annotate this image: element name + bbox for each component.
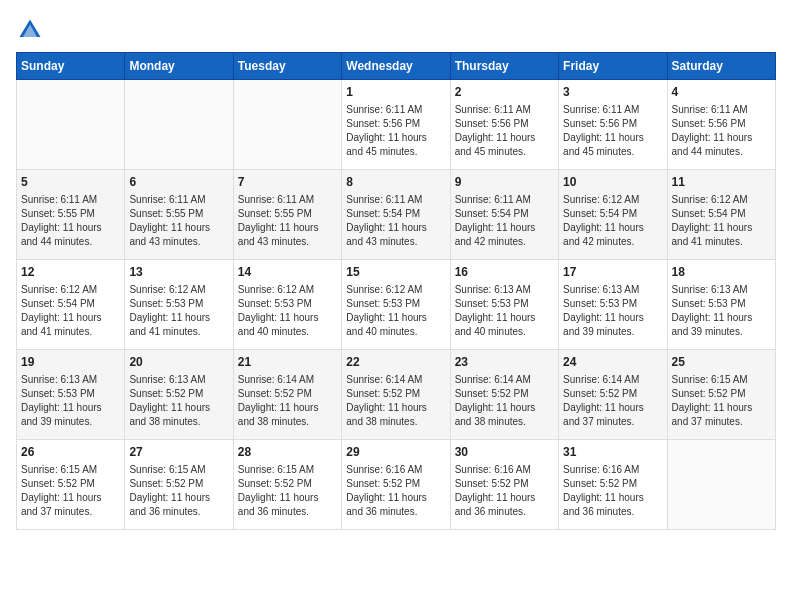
cell-info: Sunrise: 6:13 AM xyxy=(21,373,120,387)
calendar-cell: 4Sunrise: 6:11 AMSunset: 5:56 PMDaylight… xyxy=(667,80,775,170)
day-number: 27 xyxy=(129,444,228,461)
calendar-cell: 28Sunrise: 6:15 AMSunset: 5:52 PMDayligh… xyxy=(233,440,341,530)
cell-info: Sunrise: 6:12 AM xyxy=(563,193,662,207)
cell-info: and 37 minutes. xyxy=(563,415,662,429)
day-number: 26 xyxy=(21,444,120,461)
cell-info: and 41 minutes. xyxy=(21,325,120,339)
cell-info: Sunset: 5:53 PM xyxy=(129,297,228,311)
cell-info: and 40 minutes. xyxy=(238,325,337,339)
day-number: 2 xyxy=(455,84,554,101)
cell-info: Sunset: 5:52 PM xyxy=(238,477,337,491)
cell-info: Sunrise: 6:16 AM xyxy=(563,463,662,477)
cell-info: Daylight: 11 hours xyxy=(563,311,662,325)
cell-info: Daylight: 11 hours xyxy=(21,401,120,415)
cell-info: Daylight: 11 hours xyxy=(455,311,554,325)
day-number: 22 xyxy=(346,354,445,371)
cell-info: Sunrise: 6:12 AM xyxy=(672,193,771,207)
day-number: 28 xyxy=(238,444,337,461)
cell-info: Sunset: 5:52 PM xyxy=(455,387,554,401)
calendar-cell: 20Sunrise: 6:13 AMSunset: 5:52 PMDayligh… xyxy=(125,350,233,440)
cell-info: Sunset: 5:52 PM xyxy=(129,387,228,401)
cell-info: Daylight: 11 hours xyxy=(672,131,771,145)
cell-info: Daylight: 11 hours xyxy=(129,221,228,235)
calendar-cell xyxy=(233,80,341,170)
cell-info: Sunrise: 6:11 AM xyxy=(238,193,337,207)
day-header-tuesday: Tuesday xyxy=(233,53,341,80)
cell-info: and 38 minutes. xyxy=(238,415,337,429)
calendar-cell: 24Sunrise: 6:14 AMSunset: 5:52 PMDayligh… xyxy=(559,350,667,440)
cell-info: Sunset: 5:53 PM xyxy=(672,297,771,311)
cell-info: Sunset: 5:54 PM xyxy=(455,207,554,221)
logo-icon xyxy=(16,16,44,44)
calendar-cell: 27Sunrise: 6:15 AMSunset: 5:52 PMDayligh… xyxy=(125,440,233,530)
day-number: 21 xyxy=(238,354,337,371)
calendar-week-row: 19Sunrise: 6:13 AMSunset: 5:53 PMDayligh… xyxy=(17,350,776,440)
calendar-cell: 13Sunrise: 6:12 AMSunset: 5:53 PMDayligh… xyxy=(125,260,233,350)
cell-info: and 42 minutes. xyxy=(455,235,554,249)
calendar-cell: 7Sunrise: 6:11 AMSunset: 5:55 PMDaylight… xyxy=(233,170,341,260)
day-number: 5 xyxy=(21,174,120,191)
cell-info: Daylight: 11 hours xyxy=(21,491,120,505)
calendar-table: SundayMondayTuesdayWednesdayThursdayFrid… xyxy=(16,52,776,530)
cell-info: Daylight: 11 hours xyxy=(238,401,337,415)
cell-info: and 37 minutes. xyxy=(672,415,771,429)
cell-info: Sunrise: 6:12 AM xyxy=(21,283,120,297)
calendar-cell: 3Sunrise: 6:11 AMSunset: 5:56 PMDaylight… xyxy=(559,80,667,170)
calendar-week-row: 12Sunrise: 6:12 AMSunset: 5:54 PMDayligh… xyxy=(17,260,776,350)
cell-info: and 41 minutes. xyxy=(129,325,228,339)
cell-info: Sunrise: 6:15 AM xyxy=(238,463,337,477)
cell-info: and 36 minutes. xyxy=(346,505,445,519)
cell-info: and 36 minutes. xyxy=(455,505,554,519)
cell-info: Sunrise: 6:14 AM xyxy=(455,373,554,387)
cell-info: Sunrise: 6:15 AM xyxy=(21,463,120,477)
cell-info: Daylight: 11 hours xyxy=(672,221,771,235)
cell-info: Sunset: 5:52 PM xyxy=(21,477,120,491)
cell-info: Sunrise: 6:14 AM xyxy=(238,373,337,387)
calendar-cell: 5Sunrise: 6:11 AMSunset: 5:55 PMDaylight… xyxy=(17,170,125,260)
day-number: 17 xyxy=(563,264,662,281)
calendar-cell: 26Sunrise: 6:15 AMSunset: 5:52 PMDayligh… xyxy=(17,440,125,530)
day-number: 20 xyxy=(129,354,228,371)
cell-info: Sunrise: 6:14 AM xyxy=(563,373,662,387)
cell-info: Daylight: 11 hours xyxy=(346,401,445,415)
cell-info: Sunrise: 6:13 AM xyxy=(672,283,771,297)
day-number: 31 xyxy=(563,444,662,461)
cell-info: Sunset: 5:56 PM xyxy=(346,117,445,131)
cell-info: Sunset: 5:55 PM xyxy=(238,207,337,221)
cell-info: Daylight: 11 hours xyxy=(21,311,120,325)
cell-info: and 45 minutes. xyxy=(455,145,554,159)
cell-info: Daylight: 11 hours xyxy=(563,401,662,415)
cell-info: and 37 minutes. xyxy=(21,505,120,519)
calendar-cell: 11Sunrise: 6:12 AMSunset: 5:54 PMDayligh… xyxy=(667,170,775,260)
cell-info: Daylight: 11 hours xyxy=(455,401,554,415)
calendar-cell: 6Sunrise: 6:11 AMSunset: 5:55 PMDaylight… xyxy=(125,170,233,260)
day-number: 1 xyxy=(346,84,445,101)
day-number: 13 xyxy=(129,264,228,281)
cell-info: Sunset: 5:56 PM xyxy=(563,117,662,131)
cell-info: Sunrise: 6:15 AM xyxy=(129,463,228,477)
day-number: 10 xyxy=(563,174,662,191)
cell-info: and 44 minutes. xyxy=(21,235,120,249)
calendar-cell: 1Sunrise: 6:11 AMSunset: 5:56 PMDaylight… xyxy=(342,80,450,170)
cell-info: Daylight: 11 hours xyxy=(346,131,445,145)
page-header xyxy=(16,16,776,44)
cell-info: Sunrise: 6:14 AM xyxy=(346,373,445,387)
day-number: 29 xyxy=(346,444,445,461)
calendar-cell: 8Sunrise: 6:11 AMSunset: 5:54 PMDaylight… xyxy=(342,170,450,260)
cell-info: Daylight: 11 hours xyxy=(238,311,337,325)
calendar-week-row: 26Sunrise: 6:15 AMSunset: 5:52 PMDayligh… xyxy=(17,440,776,530)
calendar-week-row: 5Sunrise: 6:11 AMSunset: 5:55 PMDaylight… xyxy=(17,170,776,260)
cell-info: Sunrise: 6:12 AM xyxy=(129,283,228,297)
cell-info: Daylight: 11 hours xyxy=(455,221,554,235)
day-number: 15 xyxy=(346,264,445,281)
cell-info: Sunset: 5:54 PM xyxy=(672,207,771,221)
cell-info: and 36 minutes. xyxy=(129,505,228,519)
cell-info: Daylight: 11 hours xyxy=(238,491,337,505)
day-number: 14 xyxy=(238,264,337,281)
cell-info: Sunrise: 6:11 AM xyxy=(455,193,554,207)
cell-info: Sunset: 5:54 PM xyxy=(563,207,662,221)
cell-info: Sunset: 5:52 PM xyxy=(346,477,445,491)
cell-info: and 39 minutes. xyxy=(563,325,662,339)
cell-info: Daylight: 11 hours xyxy=(346,311,445,325)
day-header-thursday: Thursday xyxy=(450,53,558,80)
